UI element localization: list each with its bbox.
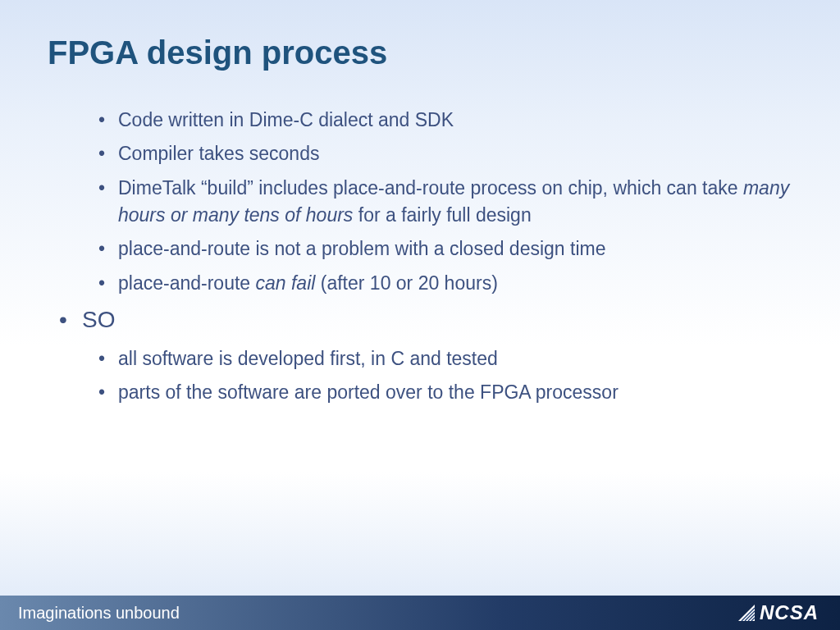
svg-marker-0	[738, 605, 755, 621]
bullet-item: Code written in Dime-C dialect and SDK	[95, 107, 791, 134]
ncsa-logo-icon	[737, 603, 756, 623]
bullet-text: all software is developed first, in C an…	[118, 348, 498, 369]
bullet-text: (after 10 or 20 hours)	[315, 272, 497, 294]
bullet-item: parts of the software are ported over to…	[95, 379, 791, 406]
footer-tagline: Imaginations unbound	[18, 604, 180, 623]
bullet-item-so: SO	[59, 304, 791, 337]
bullet-text: Compiler takes seconds	[118, 143, 319, 164]
bullet-text: parts of the software are ported over to…	[118, 381, 619, 403]
bullet-list: Code written in Dime-C dialect and SDK C…	[59, 107, 791, 406]
bullet-emphasis: can fail	[256, 272, 316, 294]
footer-bar: Imaginations unbound NCSA	[0, 596, 840, 630]
bullet-text: for a fairly full design	[353, 204, 531, 226]
bullet-item: all software is developed first, in C an…	[95, 345, 791, 372]
bullet-item: place-and-route is not a problem with a …	[95, 235, 791, 262]
bullet-text: place-and-route is not a problem with a …	[118, 238, 606, 259]
bullet-text: place-and-route	[118, 272, 256, 294]
bullet-text: Code written in Dime-C dialect and SDK	[118, 109, 454, 130]
bullet-item: DimeTalk “build” includes place-and-rout…	[95, 175, 791, 230]
bullet-item: Compiler takes seconds	[95, 140, 791, 167]
bullet-text: SO	[82, 307, 115, 332]
ncsa-logo-text: NCSA	[760, 601, 819, 624]
slide: FPGA design process Code written in Dime…	[0, 0, 840, 630]
slide-title: FPGA design process	[48, 34, 387, 71]
bullet-text: DimeTalk “build” includes place-and-rout…	[118, 177, 743, 199]
slide-content: Code written in Dime-C dialect and SDK C…	[59, 107, 791, 413]
bullet-item: place-and-route can fail (after 10 or 20…	[95, 270, 791, 297]
ncsa-logo: NCSA	[737, 601, 819, 624]
